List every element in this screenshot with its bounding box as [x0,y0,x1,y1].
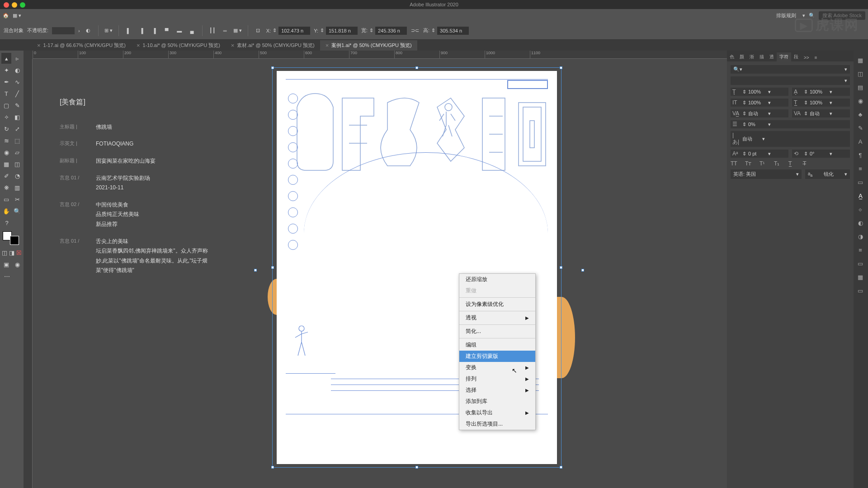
graph-tool[interactable]: ▥ [12,182,22,193]
shape-builder-tool[interactable]: ◉ [1,147,11,158]
panel-tab[interactable]: 色 [727,52,737,61]
strikethrough-icon[interactable]: T̶ [803,160,811,167]
color-swatches[interactable] [1,231,21,245]
home-icon[interactable]: 🏠 [3,13,9,19]
gradient-mode-icon[interactable]: ◨ [9,247,15,258]
font-size-field[interactable]: T͎⇕▾ [731,88,788,96]
layers-icon[interactable]: ▤ [855,82,865,92]
stroke-swatch[interactable] [10,236,19,245]
panel-tab[interactable]: 段 [791,52,801,61]
paintbrush-tool[interactable]: ✎ [12,100,22,111]
selection-handle[interactable] [560,66,562,69]
kerning-field[interactable]: VA̲⇕▾ [731,109,788,117]
cm-simplify[interactable]: 简化... [459,326,535,337]
selection-handle[interactable] [254,269,257,272]
canvas[interactable]: 010020030040050060070080090010001100 [美食… [24,51,727,488]
selection-handle[interactable] [271,466,274,469]
opacity-arrow-icon[interactable]: › [78,28,80,33]
font-search[interactable]: 🔍▾▾ [731,65,850,74]
zoom-tool[interactable]: 🔍 [12,206,22,216]
hand-tool[interactable]: ✋ [1,206,11,216]
swatches-icon[interactable]: A [855,136,865,146]
cm-make-clipping-mask[interactable]: 建立剪切蒙版 [459,351,535,362]
cm-collect-export[interactable]: 收集以导出▶ [459,407,535,418]
close-icon[interactable]: × [137,42,140,49]
free-transform-tool[interactable]: ⬚ [12,135,22,146]
shaper-tool[interactable]: ✧ [1,112,11,122]
align-vcenter-icon[interactable]: ▬ [175,26,184,35]
selection-handle[interactable] [560,266,562,269]
ruler-corner[interactable] [24,51,33,59]
cm-transform[interactable]: 变换▶ [459,362,535,373]
superscript-icon[interactable]: T¹ [760,160,768,167]
curvature-tool[interactable]: ∿ [12,76,22,87]
type-tool[interactable]: T [1,88,11,99]
rotation-field[interactable]: ⟲⇕▾ [792,150,850,158]
mac-maximize-button[interactable] [20,2,25,8]
transparency-icon[interactable]: ≡ [855,245,865,255]
subscript-icon[interactable]: T₁ [774,160,782,167]
help-tool[interactable]: ? [1,217,12,228]
symbol-sprayer-tool[interactable]: ❋ [1,182,11,193]
slice-tool[interactable]: ✂ [12,194,22,205]
document-tab[interactable]: ×素材.ai* @ 50% (CMYK/GPU 预览) [226,40,320,51]
graphic-styles-icon[interactable]: ♣ [855,109,865,119]
selection-handle[interactable] [415,66,418,69]
align-right-icon[interactable]: ▐ [150,26,159,35]
pathfinder-icon[interactable]: ▦ [855,272,865,282]
distribute-h-icon[interactable]: ┃┃ [208,26,217,35]
stepper-icon[interactable]: ⇕ [431,28,435,33]
gradient-tool[interactable]: ◫ [12,159,22,169]
selection-handle[interactable] [560,466,562,469]
ruler-vertical[interactable] [24,59,33,488]
document-tab[interactable]: ×1-17.ai @ 66.67% (CMYK/GPU 预览) [32,40,131,51]
align-to-icon[interactable]: ▦ ▾ [233,26,242,35]
stepper-icon[interactable]: ⇕ [369,28,373,33]
eraser-tool[interactable]: ◧ [12,112,22,122]
cm-add-to-library[interactable]: 添加到库 [459,396,535,407]
appearance-icon[interactable]: ◉ [855,96,865,106]
cm-select[interactable]: 选择▶ [459,385,535,396]
gradient-icon[interactable]: ▭ [855,258,865,268]
distribute-v-icon[interactable]: ═ [221,26,230,35]
selection-handle[interactable] [415,466,418,469]
h-input[interactable] [437,27,469,35]
cm-pixel-perfect[interactable]: 设为像素级优化 [459,299,535,310]
properties-icon[interactable]: ▦ [855,55,865,65]
scale-tool[interactable]: ⤢ [12,123,22,134]
language-select[interactable]: 英语: 美国▾ [731,169,802,179]
aki-field[interactable]: |あ|▾ [731,131,850,147]
hscale-field[interactable]: T̲⇕▾ [792,99,850,107]
underline-icon[interactable]: T̲ [788,160,797,167]
panel-tab[interactable]: 描 [757,52,767,61]
line-tool[interactable]: ╱ [12,88,22,99]
rotate-tool[interactable]: ↻ [1,123,11,134]
vscale-field[interactable]: IT⇕▾ [731,99,788,107]
pen-tool[interactable]: ✒ [1,76,11,87]
align-hcenter-icon[interactable]: ▐ [137,26,146,35]
brushes-icon[interactable]: ✎ [855,123,865,133]
panel-tab[interactable]: 颜 [737,52,747,61]
document-tab-active[interactable]: ×案例1.ai* @ 50% (CMYK/GPU 预览) [320,40,417,51]
mac-minimize-button[interactable] [12,2,17,8]
close-icon[interactable]: × [37,42,41,49]
panel-tab-more[interactable]: >> [801,54,812,61]
none-mode-icon[interactable]: ☒ [16,247,22,258]
selection-tool[interactable]: ▴ [1,53,11,64]
align-top-icon[interactable]: ▀ [162,26,171,35]
align-bottom-icon[interactable]: ▄ [188,26,197,35]
symbols-icon[interactable]: ¶ [855,150,865,160]
cm-group[interactable]: 编组 [459,339,535,351]
libraries-icon[interactable]: ◫ [855,69,865,79]
character-icon[interactable]: A̲ [855,191,865,201]
stroke-icon[interactable]: ≡ [855,164,865,174]
selection-handle[interactable] [581,269,584,272]
selection-handle[interactable] [271,66,274,69]
style-icon[interactable]: ◐ [84,26,93,35]
screen-mode-icon[interactable]: ▣ [1,259,11,270]
opacity-input[interactable] [52,27,75,34]
tsume-field[interactable]: ☰⇕▾ [731,120,850,128]
close-icon[interactable]: × [326,42,329,49]
mac-close-button[interactable] [4,2,9,8]
transform-icon[interactable]: ▭ [855,286,865,296]
